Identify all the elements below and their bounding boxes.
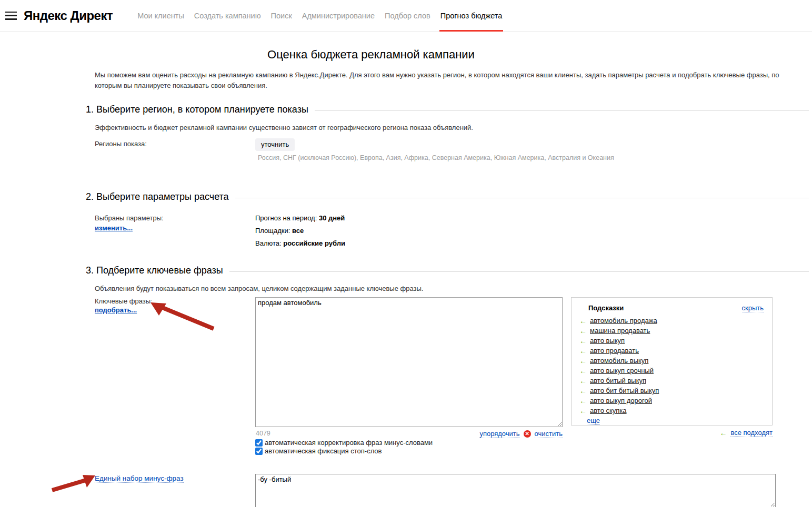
annotation-arrow-minus (49, 474, 97, 494)
hint-link[interactable]: автомобиль продажа (590, 317, 657, 325)
refine-region-button[interactable]: уточнить (255, 138, 295, 151)
minus-phrases-link[interactable]: Единый набор минус-фраз (95, 474, 184, 483)
nav-item-my-clients[interactable]: Мои клиенты (137, 0, 184, 31)
platforms-label: Площадки: (255, 227, 290, 235)
auto-stop-words-checkbox-row: автоматическая фиксация стоп-слов (255, 447, 382, 455)
add-phrase-arrow-icon[interactable]: ← (579, 327, 587, 335)
auto-minus-words-checkbox[interactable] (255, 439, 263, 447)
heading-divider (315, 110, 809, 111)
section2-heading-text: 2. Выберите параметры расчета (86, 191, 229, 202)
auto-minus-words-label: автоматическая корректировка фраз минус-… (265, 439, 433, 447)
hint-item: ← авто битый выкуп (572, 376, 772, 386)
hint-item: ← авто выкуп срочный (572, 366, 772, 376)
hide-hints-link[interactable]: скрыть (742, 304, 764, 312)
more-hints-link[interactable]: еще (587, 417, 600, 425)
hint-item: ← автомобиль выкуп (572, 356, 772, 366)
add-phrase-arrow-icon[interactable]: ← (579, 357, 587, 365)
heading-divider (235, 198, 809, 198)
minus-phrases-textarea[interactable]: -бу -битый (255, 474, 776, 507)
hint-link[interactable]: авто выкуп (590, 337, 625, 344)
params-label: Выбраны параметры: (95, 214, 164, 222)
top-navbar: Яндекс Директ Мои клиенты Создать кампан… (0, 0, 812, 32)
minus-phrases-area: Единый набор минус-фраз -бу -битый (0, 474, 812, 507)
auto-stop-words-label: автоматическая фиксация стоп-слов (265, 447, 382, 455)
hints-panel: Подсказки скрыть ← автомобиль продажа ← … (571, 297, 773, 425)
add-phrase-arrow-icon[interactable]: ← (579, 347, 587, 355)
add-phrase-arrow-icon[interactable]: ← (579, 397, 587, 405)
forecast-period-row: Прогноз на период: 30 дней (255, 214, 345, 222)
hamburger-menu-icon[interactable] (5, 12, 17, 20)
all-fit-link[interactable]: все подходят (730, 429, 773, 437)
add-all-arrow-icon[interactable]: ← (719, 429, 727, 437)
annotation-arrow-keywords (146, 298, 220, 333)
hint-link[interactable]: авто битый выкуп (590, 377, 646, 384)
keywords-label: Ключевые фразы: (95, 297, 153, 305)
hint-link[interactable]: машина продавать (590, 327, 650, 334)
hint-link[interactable]: авто скупка (590, 407, 627, 414)
nav-item-create-campaign[interactable]: Создать кампанию (194, 0, 261, 31)
hint-link[interactable]: авто продавать (590, 347, 639, 354)
hint-item: ← автомобиль продажа (572, 316, 772, 326)
section3-description: Объявления будут показываться по всем за… (95, 285, 812, 292)
yandex-direct-logo[interactable]: Яндекс Директ (24, 8, 113, 23)
hint-link[interactable]: авто бит битый выкуп (590, 387, 659, 394)
main-nav: Мои клиенты Создать кампанию Поиск Админ… (137, 0, 502, 31)
calc-params-row: Выбраны параметры: изменить... Прогноз н… (0, 214, 812, 250)
clear-icon[interactable]: ✕ (524, 430, 531, 438)
auto-stop-words-checkbox[interactable] (255, 448, 263, 455)
nav-item-budget-forecast[interactable]: Прогноз бюджета (440, 0, 503, 31)
add-phrase-arrow-icon[interactable]: ← (579, 367, 587, 375)
hint-link[interactable]: авто выкуп дорогой (590, 397, 652, 404)
section3-heading: 3. Подберите ключевые фразы (86, 265, 809, 276)
auto-minus-words-checkbox-row: автоматическая корректировка фраз минус-… (255, 439, 433, 447)
hint-item: ← авто бит битый выкуп (572, 386, 772, 396)
page-title: Оценка бюджета рекламной кампании (95, 48, 647, 62)
change-params-link[interactable]: изменить... (95, 224, 133, 232)
platforms-value: все (292, 227, 304, 235)
hint-item: ← машина продавать (572, 326, 772, 336)
heading-divider (229, 271, 809, 272)
add-phrase-arrow-icon[interactable]: ← (579, 387, 587, 395)
sort-keywords-link[interactable]: упорядочить (479, 430, 519, 438)
nav-item-search[interactable]: Поиск (271, 0, 292, 31)
nav-item-word-selection[interactable]: Подбор слов (385, 0, 430, 31)
currency-row: Валюта: российские рубли (255, 239, 345, 247)
section3-heading-text: 3. Подберите ключевые фразы (86, 265, 223, 276)
intro-text: Мы поможем вам оценить расходы на реклам… (95, 70, 805, 90)
forecast-period-label: Прогноз на период: (255, 214, 317, 222)
keywords-textarea[interactable]: продам автомобиль (255, 297, 563, 427)
hint-item: ← авто выкуп дорогой (572, 396, 772, 405)
regions-value: Россия, СНГ (исключая Россию), Европа, А… (258, 154, 614, 161)
add-phrase-arrow-icon[interactable]: ← (579, 337, 587, 345)
currency-label: Валюта: (255, 239, 282, 247)
hint-item: ← авто продавать (572, 346, 772, 356)
add-phrase-arrow-icon[interactable]: ← (579, 377, 587, 385)
hint-link[interactable]: автомобиль выкуп (590, 357, 648, 364)
nav-item-administration[interactable]: Администрирование (302, 0, 375, 31)
section1-description: Эффективность и бюджет рекламной кампани… (95, 124, 812, 131)
regions-label: Регионы показа: (95, 140, 147, 148)
hint-link[interactable]: авто выкуп срочный (590, 367, 654, 374)
section1-heading: 1. Выберите регион, в котором планируете… (86, 104, 809, 115)
hints-title: Подсказки (588, 304, 624, 312)
add-phrase-arrow-icon[interactable]: ← (579, 407, 587, 415)
clear-keywords-link[interactable]: очистить (535, 430, 563, 438)
add-phrase-arrow-icon[interactable]: ← (579, 317, 587, 325)
pick-keywords-link[interactable]: подобрать... (95, 306, 137, 314)
regions-row: Регионы показа: уточнить Россия, СНГ (ис… (0, 138, 812, 163)
forecast-period-value: 30 дней (319, 214, 345, 222)
currency-value: российские рубли (283, 239, 345, 247)
platforms-row: Площадки: все (255, 227, 345, 235)
hint-item: ← авто скупка (572, 405, 772, 415)
section2-heading: 2. Выберите параметры расчета (86, 191, 809, 202)
keywords-area: Ключевые фразы: подобрать... продам авто… (0, 297, 812, 474)
section1-heading-text: 1. Выберите регион, в котором планируете… (86, 104, 308, 115)
hint-item: ← авто выкуп (572, 336, 772, 346)
